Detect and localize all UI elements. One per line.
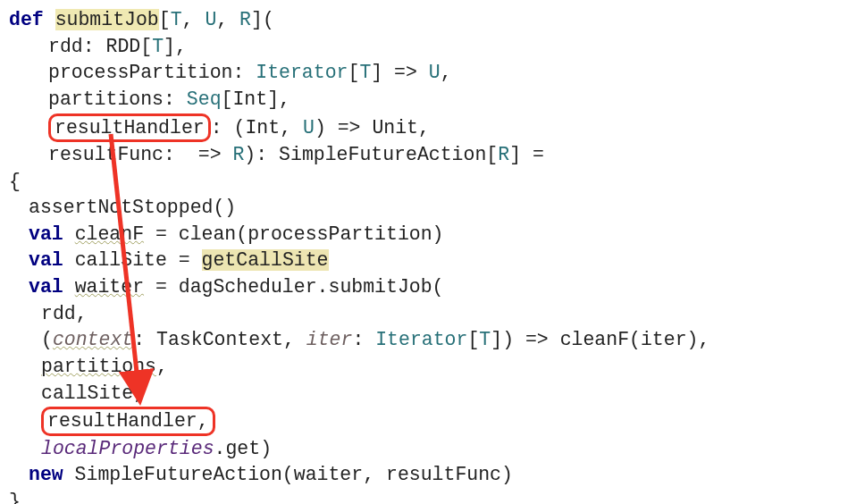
type-rdd: RDD [106, 36, 141, 57]
bracket: ] [371, 62, 382, 83]
paren: ) [244, 144, 256, 165]
type-sfa: SimpleFutureAction [279, 144, 486, 165]
param-rdd: rdd [48, 36, 83, 57]
code-line: rdd: RDD[T], [9, 34, 847, 61]
code-line: resultHandler, [9, 407, 847, 435]
var-cleanF: cleanF [75, 223, 144, 245]
paren: ( [263, 9, 274, 30]
eq: = [521, 144, 556, 165]
annotation-box-bottom: resultHandler, [41, 407, 215, 435]
type-iterator: Iterator [256, 62, 348, 83]
code-line: def submitJob[T, U, R]( [9, 7, 847, 34]
type-param: T [359, 62, 371, 83]
bracket: ] [491, 329, 502, 350]
colon: : [83, 36, 106, 57]
code-line: val callSite = getCallSite [9, 248, 847, 274]
close-brace: } [9, 489, 847, 504]
comma: , [197, 410, 209, 432]
code-line: resultFunc: => R): SimpleFutureAction[R]… [9, 142, 847, 169]
space [63, 249, 75, 271]
colon: : [256, 144, 279, 165]
code-line: val cleanF = clean(processPartition) [9, 222, 847, 248]
arrow: => [514, 329, 560, 350]
type-param: T [171, 9, 182, 30]
paren: ) [315, 117, 326, 139]
eq: = [167, 249, 202, 271]
code-line: processPartition: Iterator[T] => U, [9, 60, 847, 87]
param-processPartition: processPartition [48, 62, 232, 83]
arg-resultHandler: resultHandler [47, 410, 197, 432]
bracket: ] [164, 36, 175, 57]
keyword-val: val [29, 276, 63, 298]
type-iterator: Iterator [375, 329, 467, 350]
lambda-context: context [53, 329, 133, 350]
code-line: assertNotStopped() [9, 195, 847, 222]
type-param: R [239, 9, 251, 30]
arg-callSite: callSite [41, 382, 133, 404]
code-line: callSite, [9, 381, 847, 407]
paren: ( [41, 329, 53, 350]
code-line: (context: TaskContext, iter: Iterator[T]… [9, 327, 847, 354]
type-int: Int [245, 117, 280, 139]
type-param: U [303, 117, 315, 139]
code-line: rdd, [9, 301, 847, 328]
arg-partitions: partitions [41, 356, 156, 377]
colon: : [164, 88, 187, 110]
rest: = clean(processPartition) [144, 223, 443, 245]
bracket: ] [509, 144, 521, 165]
comma: , [216, 9, 239, 30]
space [63, 223, 75, 245]
call-getCallSite: getCallSite [202, 249, 329, 271]
type-seq: Seq [187, 88, 222, 110]
code-line: localProperties.get) [9, 436, 847, 463]
arg-rdd: rdd [41, 303, 76, 324]
code-line: resultHandler: (Int, U) => Unit, [9, 113, 847, 142]
bracket: [ [467, 329, 479, 350]
comma: , [156, 356, 168, 377]
code-line: partitions, [9, 354, 847, 381]
bracket: ] [267, 88, 279, 110]
keyword-val: val [29, 223, 63, 245]
lambda-iter: iter [306, 329, 353, 350]
comma: , [175, 36, 187, 57]
colon: : [164, 144, 187, 165]
keyword-val: val [29, 249, 63, 271]
arrow: => [187, 144, 233, 165]
colon: : [352, 329, 375, 350]
bracket: [ [140, 36, 152, 57]
comma: , [279, 88, 290, 110]
bracket: [ [222, 88, 233, 110]
paren: ( [234, 117, 246, 139]
code-line: new SimpleFutureAction(waiter, resultFun… [9, 462, 847, 489]
type-unit: Unit [372, 117, 418, 139]
var-callSite: callSite [75, 249, 167, 271]
param-resultFunc: resultFunc [48, 144, 164, 165]
call-cleanF: cleanF(iter), [560, 329, 710, 350]
comma: , [182, 9, 206, 30]
comma: , [76, 303, 88, 324]
comma: , [418, 117, 430, 139]
type-param: T [479, 329, 491, 350]
keyword-def: def [9, 9, 44, 30]
tail-sfa: SimpleFutureAction(waiter, resultFunc) [63, 464, 513, 485]
annotation-box-top: resultHandler [48, 113, 211, 142]
arrow: => [382, 62, 429, 83]
space [44, 9, 55, 30]
code-line: partitions: Seq[Int], [9, 87, 847, 113]
type-int: Int [232, 88, 267, 110]
keyword-new: new [29, 464, 63, 485]
colon: : [211, 117, 234, 139]
type-param: T [152, 36, 164, 57]
code-line: val waiter = dagScheduler.submitJob( [9, 274, 847, 301]
type-taskcontext: TaskContext, [145, 329, 306, 350]
field-localProperties: localProperties [41, 438, 214, 459]
type-param: U [205, 9, 216, 30]
comma: , [133, 382, 145, 404]
comma: , [441, 62, 452, 83]
space [63, 276, 75, 298]
type-param: R [232, 144, 244, 165]
var-waiter: waiter [75, 276, 144, 298]
paren: ) [502, 329, 514, 350]
bracket: ] [251, 9, 263, 30]
tail-get: .get) [214, 438, 273, 459]
